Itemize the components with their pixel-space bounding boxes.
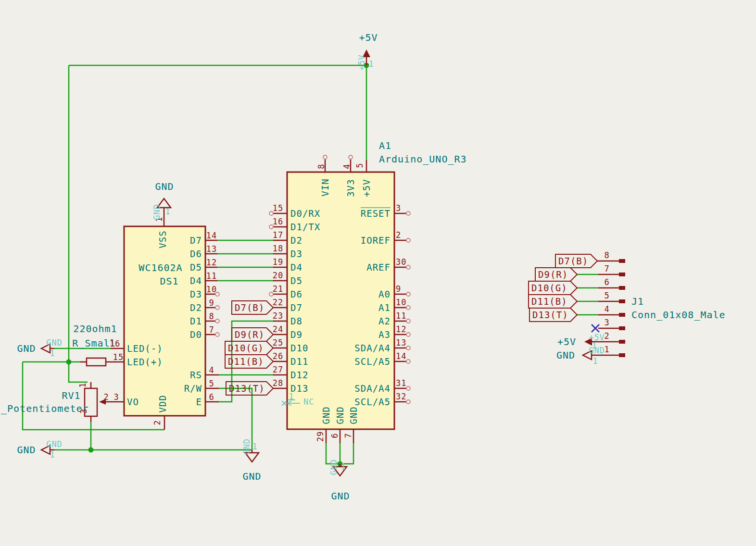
pot-pin-number: 1 bbox=[79, 382, 87, 387]
lcd-value: WC1602A bbox=[139, 263, 182, 273]
pot-pin-number: 3 bbox=[80, 408, 88, 413]
arduino-pin-name: A2 bbox=[378, 317, 391, 326]
lcd-pin-name: D2 bbox=[190, 303, 202, 312]
power-pin-name: GND bbox=[589, 347, 605, 355]
arduino-pin-number: 13 bbox=[396, 339, 406, 347]
lcd-pin-name: VDD bbox=[158, 395, 167, 412]
connector-pin-number: 4 bbox=[604, 305, 609, 313]
arduino-pin-name: +5V bbox=[362, 179, 371, 197]
schematic-drawing bbox=[0, 0, 756, 546]
arduino-pin-number: 25 bbox=[273, 339, 283, 347]
arduino-pin-number: 19 bbox=[273, 258, 283, 266]
net-label[interactable]: D10(G) bbox=[531, 284, 567, 293]
arduino-pin-number: 2 bbox=[396, 231, 401, 239]
arduino-pin-name: D8 bbox=[290, 317, 302, 326]
power-pin-name: GND bbox=[330, 459, 338, 475]
arduino-pin-name: SDA/A4 bbox=[354, 344, 391, 353]
power-pin-number: 1 bbox=[252, 443, 257, 451]
net-label[interactable]: D9(R) bbox=[538, 270, 568, 279]
gnd-net-label: GND bbox=[17, 445, 36, 455]
resistor-symbol[interactable] bbox=[80, 358, 112, 366]
arduino-pin-name: D12 bbox=[290, 371, 308, 380]
arduino-pin-number: 27 bbox=[273, 366, 283, 374]
power-pin-name: GND bbox=[46, 339, 63, 347]
arduino-pin-number: 17 bbox=[273, 231, 283, 239]
gnd-net-label: GND bbox=[17, 344, 36, 353]
arduino-pin-number: 29 bbox=[316, 431, 325, 442]
p5v-net-label: +5V bbox=[557, 337, 576, 347]
connector-pin-number: 1 bbox=[604, 346, 609, 354]
arduino-pin-number: 9 bbox=[396, 285, 401, 293]
schematic-canvas: +5V GND GND GND GND GND +5V GND A1 Ardui… bbox=[0, 0, 756, 546]
arduino-pin-name: A0 bbox=[378, 290, 391, 299]
lcd-pin-number: 15 bbox=[113, 353, 124, 361]
net-label[interactable]: D10(G) bbox=[228, 344, 264, 353]
arduino-pin-number: 11 bbox=[396, 312, 406, 320]
arduino-pin-name: D4 bbox=[290, 263, 302, 272]
gnd-net-label: GND bbox=[242, 472, 261, 481]
arduino-pin-name: SCL/A5 bbox=[354, 357, 391, 366]
power-pin-number: 1 bbox=[165, 208, 170, 216]
arduino-pin-number: 3 bbox=[396, 204, 401, 212]
pot-ref: RV1 bbox=[62, 391, 80, 400]
arduino-pin-number: 16 bbox=[273, 218, 283, 226]
arduino-pin-number: 15 bbox=[273, 204, 283, 212]
connector-value: Conn_01x08_Male bbox=[631, 310, 726, 320]
power-pin-number: 1 bbox=[368, 60, 374, 68]
arduino-pin-name: D11 bbox=[290, 357, 308, 366]
net-label[interactable]: D13(T) bbox=[532, 310, 568, 320]
lcd-pin-number: 7 bbox=[209, 326, 214, 334]
arduino-pin-name: A1 bbox=[378, 303, 391, 312]
net-label[interactable]: D7(B) bbox=[235, 303, 265, 312]
lcd-pin-name: VSS bbox=[158, 230, 167, 248]
lcd-pin-number: 6 bbox=[209, 393, 214, 401]
arduino-pin-name: D0/RX bbox=[290, 209, 320, 218]
lcd-pin-name: D3 bbox=[190, 290, 202, 299]
arduino-pin-number: 30 bbox=[396, 258, 406, 266]
arduino-pin-number: 5 bbox=[356, 162, 364, 168]
lcd-pin-number: 10 bbox=[206, 285, 217, 294]
arduino-nc-pin-name: NC bbox=[303, 398, 314, 406]
arduino-pin-name: 3V3 bbox=[346, 179, 355, 197]
arduino-pin-number: 21 bbox=[273, 285, 283, 293]
arduino-pin-name: AREF bbox=[366, 263, 391, 272]
connector-symbol[interactable] bbox=[597, 259, 625, 357]
lcd-pin-name: D7 bbox=[190, 236, 202, 245]
arduino-ref: A1 bbox=[379, 141, 391, 150]
arduino-pin-number: 20 bbox=[273, 272, 283, 280]
arduino-pin-name: SCL/A5 bbox=[354, 397, 391, 407]
net-label[interactable]: D9(R) bbox=[235, 330, 265, 339]
arduino-pin-number: 22 bbox=[273, 298, 283, 307]
net-label[interactable]: D13(T) bbox=[229, 384, 265, 393]
gnd-net-label: GND bbox=[331, 491, 350, 501]
arduino-pin-number: 24 bbox=[273, 325, 283, 334]
lcd-open-pin-circles bbox=[215, 292, 219, 336]
male-pin-pads bbox=[619, 259, 625, 357]
net-label[interactable]: D11(B) bbox=[531, 297, 567, 306]
arduino-pin-number: 8 bbox=[317, 163, 326, 169]
arduino-nc-pin-number: 1 bbox=[289, 393, 294, 401]
arduino-pin-name: RESET bbox=[361, 209, 391, 218]
connector-ref: J1 bbox=[631, 297, 644, 306]
power-pin-number: 1 bbox=[50, 451, 55, 459]
arduino-pin-name: VIN bbox=[321, 178, 330, 196]
pot-pin-number: 2 bbox=[103, 393, 109, 401]
lcd-pin-number: 13 bbox=[206, 245, 217, 253]
connector-pin-number: 3 bbox=[604, 319, 609, 327]
pot-value: _Potentiometer bbox=[1, 404, 89, 413]
arduino-pin-name: D10 bbox=[290, 344, 308, 353]
arduino-pin-number: 26 bbox=[273, 352, 283, 360]
lcd-pin-name: D6 bbox=[190, 249, 202, 259]
lcd-pin-name: D0 bbox=[190, 330, 202, 339]
net-label[interactable]: D7(B) bbox=[558, 257, 588, 266]
lcd-pin-number: 12 bbox=[206, 259, 217, 267]
potentiometer-symbol[interactable] bbox=[85, 382, 97, 422]
arduino-pin-name: IOREF bbox=[361, 236, 391, 245]
net-label[interactable]: D11(B) bbox=[228, 357, 264, 366]
arduino-pin-number: 28 bbox=[273, 379, 283, 387]
p5v-net-label: +5V bbox=[359, 33, 378, 42]
arduino-pin-name: GND bbox=[322, 406, 331, 424]
arduino-pin-name: D6 bbox=[290, 290, 302, 299]
arduino-pin-name: D1/TX bbox=[290, 223, 320, 232]
connector-pin-number: 7 bbox=[604, 265, 609, 273]
